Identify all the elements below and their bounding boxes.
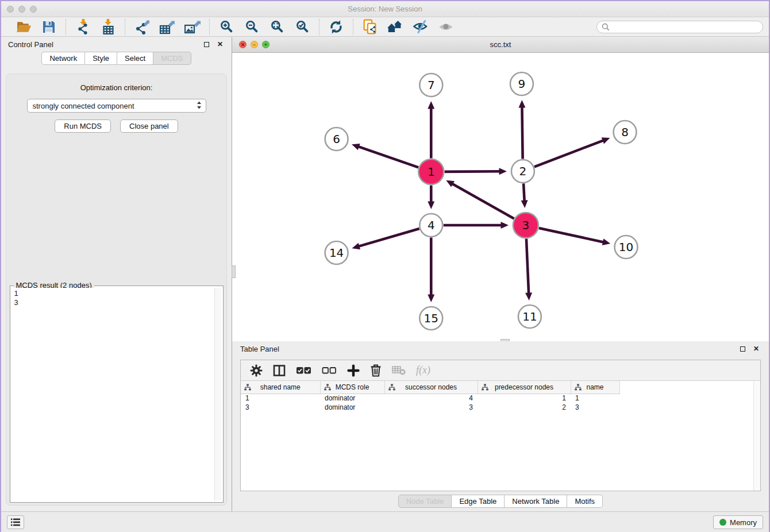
column-header-predecessor-nodes[interactable]: predecessor nodes	[478, 381, 571, 394]
graph-edge-4-14[interactable]	[357, 229, 419, 246]
column-header-MCDS-role[interactable]: MCDS role	[320, 381, 384, 394]
app-titlebar: Session: New Session	[1, 1, 769, 17]
panel-divider-grip[interactable]	[232, 265, 236, 278]
tab-node-table[interactable]: Node Table	[398, 495, 452, 508]
export-image-icon[interactable]	[184, 19, 201, 35]
column-header-name[interactable]: name	[571, 381, 619, 394]
zoom-fit-icon[interactable]	[268, 19, 286, 35]
search-container	[596, 21, 763, 33]
hide-details-icon[interactable]	[412, 19, 429, 35]
table-toolbar: f(x)	[241, 360, 760, 381]
graph-edge-arrow	[352, 243, 360, 250]
table-float-panel-icon[interactable]	[738, 344, 747, 353]
network-home-icon[interactable]	[387, 19, 404, 35]
graph-edge-arrow	[428, 101, 434, 109]
graph-edge-arrow	[521, 200, 528, 208]
graph-node-label-3: 3	[522, 218, 530, 232]
column-header-label: shared name	[260, 383, 301, 391]
memory-button[interactable]: Memory	[713, 515, 763, 529]
graph-edge-arrow	[602, 238, 610, 245]
float-panel-icon[interactable]	[202, 40, 211, 49]
task-history-button[interactable]	[7, 515, 24, 529]
table-cell[interactable]: 3	[384, 403, 478, 412]
column-header-shared-name[interactable]: shared name	[241, 381, 320, 394]
column-header-label: successor nodes	[405, 383, 457, 391]
table-cell[interactable]: 1	[571, 394, 619, 403]
tab-style[interactable]: Style	[85, 52, 117, 65]
import-table-icon[interactable]	[99, 19, 117, 35]
search-input[interactable]	[596, 21, 763, 33]
export-network-icon[interactable]	[133, 19, 151, 35]
graph-node-label-8: 8	[621, 125, 629, 139]
table-close-panel-icon[interactable]: ✕	[752, 344, 761, 353]
refresh-icon[interactable]	[328, 19, 345, 35]
graph-node-label-15: 15	[424, 311, 438, 325]
zoom-selected-icon[interactable]	[294, 19, 311, 35]
mcds-result-scrollbar[interactable]	[214, 288, 221, 500]
graph-edge-1-6[interactable]	[357, 146, 418, 167]
graph-edge-3-1[interactable]	[451, 183, 514, 219]
graph-edge-3-10[interactable]	[539, 228, 605, 242]
zoom-out-icon[interactable]	[243, 19, 260, 35]
table-panel-header: Table Panel ✕	[232, 341, 769, 356]
mcds-result-box: MCDS result (2 nodes) 1 3	[10, 286, 224, 503]
graph-edge-2-8[interactable]	[534, 140, 605, 167]
graph-node-label-2: 2	[519, 164, 527, 178]
network-canvas[interactable]: 7968124314101511	[232, 53, 769, 341]
tab-network[interactable]: Network	[41, 52, 85, 65]
column-header-successor-nodes[interactable]: successor nodes	[384, 381, 478, 394]
add-column-icon[interactable]	[347, 363, 360, 379]
table-row[interactable]: 1dominator411	[241, 394, 619, 403]
control-panel-header: Control Panel ✕	[1, 37, 232, 52]
tab-edge-table[interactable]: Edge Table	[452, 495, 505, 508]
copy-style-icon[interactable]	[361, 19, 379, 35]
open-file-icon[interactable]	[15, 19, 32, 35]
graph-edge-2-9[interactable]	[522, 106, 522, 159]
graph-node-label-6: 6	[333, 132, 340, 146]
graph-edge-1-2[interactable]	[445, 171, 501, 172]
graph-edge-3-11[interactable]	[526, 238, 529, 295]
mcds-result-list[interactable]: 1 3	[12, 288, 214, 500]
tab-network-table[interactable]: Network Table	[505, 495, 567, 508]
table-cell[interactable]: dominator	[320, 394, 384, 403]
tab-mcds[interactable]: MCDS	[153, 52, 191, 65]
graph-edge-arrow	[602, 137, 610, 144]
table-cell[interactable]: dominator	[320, 403, 384, 412]
delete-column-icon[interactable]	[370, 363, 382, 379]
graph-node-label-10: 10	[619, 240, 633, 254]
criterion-select[interactable]: strongly connected component	[27, 99, 206, 113]
export-table-icon[interactable]	[159, 19, 176, 35]
graph-edge-arrow	[428, 295, 434, 303]
table-row[interactable]: 3dominator323	[241, 403, 619, 412]
attribute-icon	[388, 384, 395, 392]
close-panel-button[interactable]: Close panel	[120, 119, 178, 133]
table-scrollbar[interactable]	[753, 381, 760, 491]
function-builder-icon: f(x)	[416, 363, 430, 379]
search-icon	[602, 23, 610, 33]
status-bar: Memory	[1, 511, 769, 532]
list-icon	[10, 518, 21, 527]
graph-node-label-1: 1	[428, 165, 435, 179]
settings-gear-icon[interactable]	[250, 363, 263, 379]
window-title: Session: New Session	[1, 5, 769, 13]
import-network-icon[interactable]	[74, 19, 91, 35]
network-graph[interactable]: 7968124314101511	[232, 53, 769, 341]
split-panel-icon[interactable]	[273, 363, 286, 379]
close-panel-icon[interactable]: ✕	[215, 40, 225, 49]
table-cell[interactable]: 4	[384, 394, 478, 403]
save-session-icon[interactable]	[40, 19, 57, 35]
select-all-columns-icon[interactable]	[296, 363, 311, 379]
table-cell[interactable]: 1	[478, 394, 571, 403]
tab-select[interactable]: Select	[117, 52, 153, 65]
table-cell[interactable]: 2	[478, 403, 571, 412]
tab-motifs[interactable]: Motifs	[567, 495, 603, 508]
table-cell[interactable]: 3	[571, 403, 619, 412]
table-panel: Table Panel ✕ f(x) shared nameMCDS roles…	[232, 341, 769, 511]
unselect-all-columns-icon[interactable]	[322, 363, 337, 379]
graph-edge-arrow	[500, 222, 508, 229]
run-mcds-button[interactable]: Run MCDS	[55, 119, 111, 133]
graph-edge-2-3[interactable]	[523, 183, 525, 202]
zoom-in-icon[interactable]	[218, 19, 235, 35]
table-cell[interactable]: 1	[241, 394, 320, 403]
table-cell[interactable]: 3	[241, 403, 320, 412]
